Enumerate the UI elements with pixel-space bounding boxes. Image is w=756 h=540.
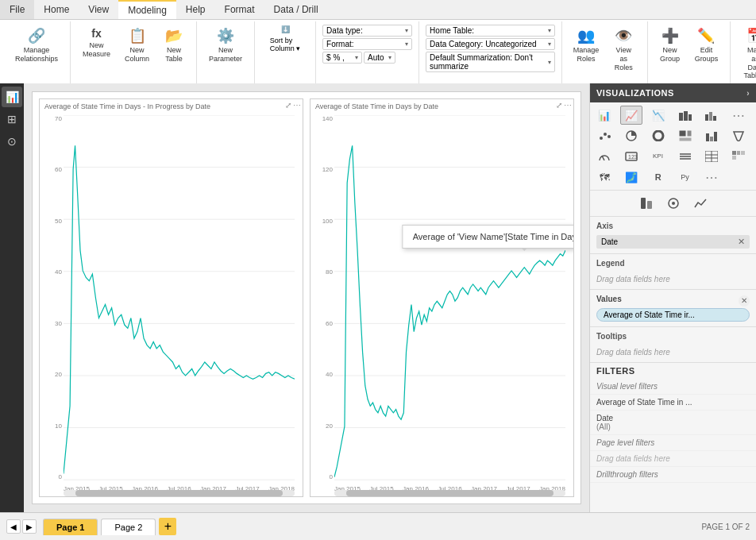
new-column-button[interactable]: 📋 NewColumn	[119, 25, 155, 66]
chart1-container[interactable]: Average of State Time in Days - In Progr…	[39, 98, 303, 497]
filter-date[interactable]: Date (All)	[590, 411, 756, 435]
data-view-icon[interactable]: ⊞	[2, 109, 22, 129]
page-next-button[interactable]: ▶	[22, 519, 37, 534]
tab-data-drill[interactable]: Data / Drill	[264, 0, 328, 19]
axis-remove-icon[interactable]: ✕	[738, 237, 745, 247]
report-view-icon[interactable]: 📊	[2, 87, 22, 107]
viz-clustered-bar[interactable]	[700, 106, 723, 125]
edit-groups-button[interactable]: ✏️ EditGroups	[689, 25, 724, 66]
drillthrough-filters-label: Drillthrough filters	[590, 467, 756, 483]
viz-waterfall[interactable]	[700, 126, 723, 145]
manage-roles-button[interactable]: 👥 ManageRoles	[569, 25, 604, 66]
viz-card[interactable]: 123	[620, 147, 642, 166]
format-label: Format:	[326, 40, 353, 48]
chart2-more-icon[interactable]: ⋯	[564, 101, 572, 110]
new-parameter-button[interactable]: ⚙️ NewParameter	[203, 25, 248, 66]
viz-more-row1[interactable]: ⋯	[727, 106, 750, 125]
viz-funnel[interactable]	[727, 126, 750, 145]
svg-point-22	[600, 137, 603, 140]
data-type-dropdown[interactable]: Data type: ▾	[322, 25, 412, 37]
svg-rect-47	[737, 151, 740, 155]
data-category-dropdown[interactable]: Data Category: Uncategorized ▾	[426, 38, 555, 50]
viz-more-row4[interactable]: ⋯	[700, 168, 723, 187]
values-remove-icon[interactable]: ✕	[739, 295, 750, 307]
add-page-button[interactable]: +	[159, 518, 176, 535]
svg-text:123: 123	[628, 154, 638, 160]
summarization-label: Default Summarization: Don't summarize	[430, 53, 545, 71]
chart2-container[interactable]: Average of State Time in Days by Date ⤢ …	[310, 98, 574, 497]
ribbon-tab-bar: File Home View Modeling Help Format Data…	[0, 0, 756, 20]
view-as-roles-button[interactable]: 👁️ View asRoles	[607, 25, 641, 74]
viz-bar-chart[interactable]: 📊	[593, 106, 615, 125]
data-category-label: Data Category: Uncategorized	[430, 40, 537, 48]
viz-pie[interactable]	[620, 126, 642, 145]
chart1-area	[64, 115, 295, 480]
axis-label: Axis	[596, 220, 750, 232]
sort-by-column-dropdown[interactable]: ⬇️ Sort byColumn ▾	[261, 25, 309, 53]
viz-map[interactable]: 🗺	[593, 168, 615, 187]
tab-file[interactable]: File	[0, 0, 34, 19]
chart1-expand-icon[interactable]: ⤢	[285, 101, 291, 110]
viz-filled-map[interactable]: 🗾	[620, 168, 642, 187]
new-table-button[interactable]: 📂 NewTable	[158, 25, 190, 66]
viz-toolbar	[590, 191, 756, 217]
manage-roles-icon: 👥	[577, 27, 595, 44]
viz-stacked-bar[interactable]	[674, 106, 696, 125]
tab-home[interactable]: Home	[34, 0, 79, 19]
tab-view[interactable]: View	[79, 0, 118, 19]
viz-donut[interactable]	[647, 126, 669, 145]
page1-tab[interactable]: Page 1	[43, 519, 98, 535]
visualizations-title: VISUALIZATIONS	[596, 88, 674, 98]
viz-area-chart[interactable]: 📉	[647, 106, 669, 125]
svg-rect-18	[688, 114, 692, 121]
column-icon: 📋	[129, 27, 146, 44]
summarization-dropdown[interactable]: Default Summarization: Don't summarize ▾	[426, 52, 555, 72]
page-level-filters-label: Page level filters	[590, 435, 756, 451]
new-group-label: NewGroup	[660, 46, 680, 64]
left-sidebar: 📊 ⊞ ⊙	[0, 83, 24, 512]
chart2-area: Average of 'View Name'[State Time in Day…	[334, 115, 565, 480]
viz-slicer[interactable]	[674, 147, 696, 166]
new-group-button[interactable]: ➕ NewGroup	[654, 25, 686, 66]
manage-relationships-button[interactable]: 🔗 ManageRelationships	[10, 25, 64, 66]
viz-table[interactable]	[700, 147, 723, 166]
new-measure-button[interactable]: fx NewMeasure	[77, 25, 116, 61]
auto-arrow-icon: ▾	[388, 54, 392, 61]
panel-chevron-icon[interactable]: ›	[746, 89, 750, 98]
currency-dropdown[interactable]: $ % , ▾	[322, 52, 362, 64]
viz-icons-grid: 📊 📈 📉 ⋯ 123	[590, 102, 756, 191]
home-table-dropdown[interactable]: Home Table: ▾	[426, 25, 555, 37]
chart1-y-axis: 70 60 50 40 30 20 10 0	[40, 115, 64, 480]
viz-format-icon[interactable]	[662, 194, 685, 213]
legend-label: Legend	[596, 257, 750, 269]
format-dropdown[interactable]: Format: ▾	[322, 38, 412, 50]
mark-date-table-button[interactable]: 📅 Mark asDate Table ▾	[737, 25, 756, 83]
tab-help[interactable]: Help	[176, 0, 215, 19]
viz-fields-icon[interactable]	[635, 194, 658, 213]
viz-line-chart[interactable]: 📈	[620, 106, 642, 125]
viz-matrix[interactable]	[727, 147, 750, 166]
model-view-icon[interactable]: ⊙	[2, 131, 22, 152]
chart2-expand-icon[interactable]: ⤢	[556, 101, 562, 110]
svg-rect-30	[679, 137, 692, 141]
page2-tab[interactable]: Page 2	[101, 519, 156, 535]
viz-treemap[interactable]	[674, 126, 696, 145]
chart1-more-icon[interactable]: ⋯	[293, 101, 301, 110]
tab-modeling[interactable]: Modeling	[118, 0, 176, 19]
axis-field-date[interactable]: Date ✕	[596, 235, 750, 249]
viz-scatter[interactable]	[593, 126, 615, 145]
viz-python[interactable]: Py	[674, 168, 696, 187]
tab-format[interactable]: Format	[215, 0, 264, 19]
auto-dropdown[interactable]: Auto ▾	[364, 52, 395, 64]
filter-state-time[interactable]: Average of State Time in ...	[590, 395, 756, 411]
page-prev-button[interactable]: ◀	[6, 519, 21, 534]
chart2-y-axis: 140 120 100 80 60 40 20 0	[310, 115, 334, 480]
values-chip[interactable]: Average of State Time ir...	[596, 308, 750, 322]
chart1-title: Average of State Time in Days - In Progr…	[40, 99, 303, 114]
viz-r-custom[interactable]: R	[647, 168, 669, 187]
viz-kpi[interactable]: KPI	[647, 147, 669, 166]
home-table-label: Home Table:	[430, 26, 474, 35]
viz-gauge[interactable]	[593, 147, 615, 166]
viz-analytics-icon[interactable]	[689, 194, 712, 213]
legend-dropzone: Drag data fields here	[596, 272, 750, 286]
